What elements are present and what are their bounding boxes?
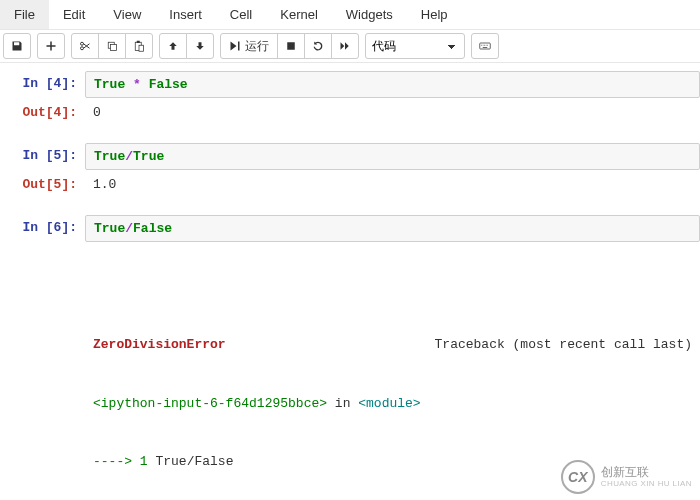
move-down-button[interactable] [186,33,214,59]
error-name: ZeroDivisionError [93,335,226,355]
menu-kernel[interactable]: Kernel [266,0,332,29]
arrow-up-icon [167,40,179,52]
code-token: True [94,221,125,236]
keyboard-icon [479,40,491,52]
output-text: 1.0 [85,172,700,197]
output-prompt: Out[5]: [0,172,85,197]
interrupt-button[interactable] [277,33,305,59]
code-cell[interactable]: In [4]: True * False [0,71,700,98]
traceback-arrow: ----> 1 [93,454,155,469]
menu-insert[interactable]: Insert [155,0,216,29]
svg-rect-6 [480,43,491,49]
watermark: CX 创新互联 CHUANG XIN HU LIAN [561,460,692,494]
svg-rect-3 [137,41,140,43]
code-token: True [133,149,164,164]
menu-view[interactable]: View [99,0,155,29]
svg-rect-4 [139,45,144,51]
menu-widgets[interactable]: Widgets [332,0,407,29]
restart-icon [312,40,324,52]
fast-forward-icon [339,40,351,52]
cut-button[interactable] [71,33,99,59]
traceback-location: <ipython-input-6-f64d1295bbce> [93,396,327,411]
restart-run-all-button[interactable] [331,33,359,59]
watermark-subtext: CHUANG XIN HU LIAN [601,479,692,488]
restart-button[interactable] [304,33,332,59]
code-input[interactable]: True/True [85,143,700,170]
notebook-container: In [4]: True * False Out[4]: 0 In [5]: T… [0,63,700,500]
menu-edit[interactable]: Edit [49,0,99,29]
input-prompt: In [6]: [0,215,85,242]
step-forward-icon [229,40,241,52]
command-palette-button[interactable] [471,33,499,59]
output-cell: Out[5]: 1.0 [0,172,700,197]
save-icon [11,40,23,52]
insert-cell-button[interactable] [37,33,65,59]
code-input[interactable]: True/False [85,215,700,242]
menu-file[interactable]: File [0,0,49,29]
save-button[interactable] [3,33,31,59]
copy-button[interactable] [98,33,126,59]
code-token: False [149,77,188,92]
svg-rect-1 [111,45,117,51]
menubar: File Edit View Insert Cell Kernel Widget… [0,0,700,30]
traceback-module: <module> [358,396,420,411]
traceback-code: True/False [155,454,233,469]
code-token: / [125,149,133,164]
output-prompt: Out[4]: [0,100,85,125]
scissors-icon [79,40,91,52]
stop-icon [285,40,297,52]
toolbar: 运行 代码 [0,30,700,63]
code-token: / [125,221,133,236]
menu-help[interactable]: Help [407,0,462,29]
cell-type-select[interactable]: 代码 [365,33,465,59]
input-prompt: In [4]: [0,71,85,98]
code-token: True [94,77,125,92]
code-token: * [125,77,148,92]
svg-rect-5 [287,42,295,50]
code-cell[interactable]: In [6]: True/False [0,215,700,242]
code-token: False [133,221,172,236]
run-button[interactable]: 运行 [220,33,278,59]
code-token: True [94,149,125,164]
paste-button[interactable] [125,33,153,59]
plus-icon [45,40,57,52]
paste-icon [133,40,145,52]
arrow-down-icon [194,40,206,52]
output-text: 0 [85,100,700,125]
copy-icon [106,40,118,52]
code-input[interactable]: True * False [85,71,700,98]
input-prompt: In [5]: [0,143,85,170]
output-prompt [0,244,85,500]
menu-cell[interactable]: Cell [216,0,266,29]
traceback-in: in [327,396,358,411]
code-cell[interactable]: In [5]: True/True [0,143,700,170]
move-up-button[interactable] [159,33,187,59]
watermark-logo: CX [561,460,595,494]
output-cell: Out[4]: 0 [0,100,700,125]
watermark-text: 创新互联 [601,466,692,479]
traceback-label: Traceback (most recent call last) [435,335,692,355]
run-label: 运行 [245,38,269,55]
